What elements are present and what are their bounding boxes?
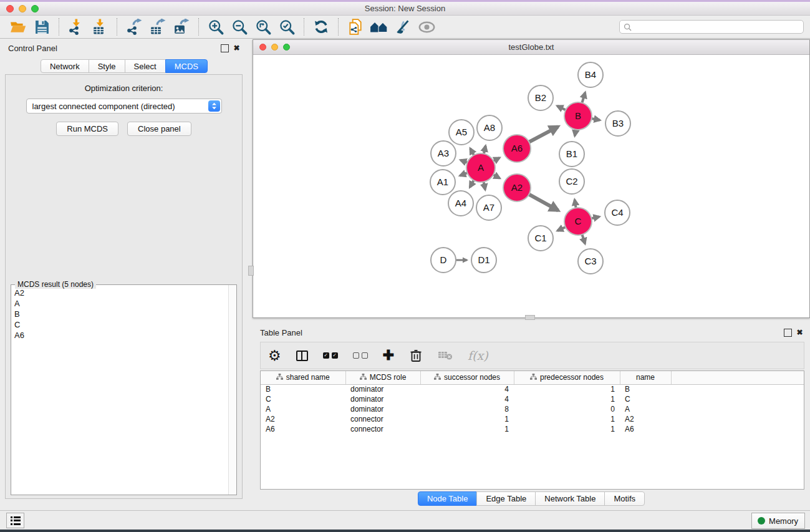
application-window: Session: New Session: [0, 0, 810, 532]
mcds-result-item[interactable]: A6: [12, 330, 228, 341]
vertical-split-handle[interactable]: [525, 315, 535, 320]
zoom-in-button[interactable]: [206, 17, 226, 37]
task-history-button[interactable]: [6, 513, 24, 528]
horizontal-split-handle[interactable]: [248, 266, 254, 276]
zoom-fit-button[interactable]: [253, 17, 273, 37]
open-session-button[interactable]: [8, 17, 28, 37]
network-canvas[interactable]: AA1A2A3A4A5A6A7A8BB1B2B3B4CC1C2C3C4DD1: [253, 55, 809, 317]
tab-style[interactable]: Style: [89, 59, 125, 73]
export-table-button[interactable]: [148, 17, 168, 37]
toolbar-separator: [59, 18, 59, 36]
column-header-predecessor-nodes[interactable]: predecessor nodes: [514, 371, 620, 384]
run-mcds-button[interactable]: Run MCDS: [56, 122, 118, 136]
table-row[interactable]: A2connector11A2: [261, 414, 804, 424]
refresh-layout-button[interactable]: [311, 17, 331, 37]
search-icon: [624, 23, 632, 31]
mcds-result-item[interactable]: A2: [12, 288, 228, 298]
plus-icon: ✚: [383, 349, 394, 362]
mcds-result-item[interactable]: B: [12, 309, 228, 319]
cell-filler: [671, 424, 804, 434]
status-bar: Memory: [0, 510, 810, 530]
close-panel-button[interactable]: Close panel: [127, 122, 191, 136]
toggle-graphics-details-button[interactable]: [393, 17, 413, 37]
cell-MCDS-role: dominator: [345, 394, 420, 404]
tab-network[interactable]: Network: [41, 59, 89, 73]
show-all-networks-button[interactable]: [369, 17, 389, 37]
graph-node-label-B1: B1: [566, 148, 577, 159]
tab-network-table[interactable]: Network Table: [535, 491, 605, 506]
function-builder-button[interactable]: f(x): [468, 346, 488, 365]
graph-edge-A6-B[interactable]: [528, 127, 558, 143]
control-panel-tabs: NetworkStyleSelectMCDS: [0, 59, 248, 73]
mcds-result-scrollbar[interactable]: [228, 285, 236, 495]
zoom-selected-button[interactable]: [277, 17, 297, 37]
unchecked-box-icon: [353, 352, 359, 359]
memory-label: Memory: [769, 516, 798, 526]
graph-node-label-A2: A2: [511, 182, 523, 193]
criterion-dropdown[interactable]: largest connected component (directed): [26, 99, 222, 114]
copy-network-button[interactable]: [345, 17, 365, 37]
mcds-panel: Optimization criterion: largest connecte…: [5, 74, 243, 499]
column-tree-icon: [434, 374, 441, 380]
show-columns-button[interactable]: [296, 346, 308, 365]
table-row[interactable]: Cdominator41C: [261, 394, 804, 404]
save-session-button[interactable]: [32, 17, 52, 37]
import-network-icon: [68, 19, 84, 35]
import-table-button[interactable]: [90, 17, 110, 37]
column-header-successor-nodes[interactable]: successor nodes: [420, 371, 514, 384]
table-panel: Table Panel ✖ ⚙ ✓✓ ✚: [253, 324, 810, 510]
copy-network-document-icon: [347, 19, 364, 35]
export-image-button[interactable]: [171, 17, 191, 37]
deselect-all-rows-button[interactable]: [353, 346, 368, 365]
graph-node-label-B: B: [575, 110, 581, 121]
table-row[interactable]: Bdominator41B: [261, 384, 804, 394]
tab-motifs[interactable]: Motifs: [604, 491, 645, 506]
delete-column-button[interactable]: [409, 346, 423, 365]
graph-node-label-A5: A5: [456, 127, 467, 137]
column-header-label: predecessor nodes: [540, 373, 604, 382]
zoom-out-icon: [231, 19, 248, 36]
control-panel-close-button[interactable]: ✖: [233, 44, 241, 52]
houses-icon: [370, 19, 388, 35]
tab-edge-table[interactable]: Edge Table: [476, 491, 536, 506]
mcds-result-box: MCDS result (5 nodes) A2ABCA6: [11, 284, 237, 495]
table-row[interactable]: Adominator80A: [261, 404, 804, 414]
graph-node-label-A: A: [478, 162, 484, 173]
cell-filler: [671, 414, 804, 424]
table-settings-button[interactable]: ⚙: [268, 346, 281, 365]
mcds-result-item[interactable]: C: [12, 319, 228, 330]
column-header-MCDS-role[interactable]: MCDS role: [345, 371, 420, 384]
cell-predecessor-nodes: 1: [514, 384, 620, 394]
create-column-button[interactable]: ✚: [383, 346, 394, 365]
tab-select[interactable]: Select: [125, 59, 166, 73]
graph-node-label-C1: C1: [534, 233, 546, 243]
table-panel-close-button[interactable]: ✖: [796, 329, 804, 337]
zoom-out-button[interactable]: [229, 17, 249, 37]
network-canvas-svg: AA1A2A3A4A5A6A7A8BB1B2B3B4CC1C2C3C4DD1: [253, 55, 809, 317]
toolbar-search-field[interactable]: [619, 20, 804, 34]
search-input[interactable]: [632, 22, 799, 31]
show-hide-eye-button[interactable]: [417, 17, 436, 37]
table-panel-float-button[interactable]: [784, 329, 792, 337]
tab-node-table[interactable]: Node Table: [418, 491, 478, 506]
network-window-titlebar[interactable]: testGlobe.txt: [253, 40, 809, 55]
column-header-name[interactable]: name: [620, 371, 671, 384]
graph-node-label-D1: D1: [478, 254, 489, 265]
tab-mcds[interactable]: MCDS: [165, 59, 208, 73]
graph-node-label-B2: B2: [535, 92, 546, 103]
graph-edge-A2-C[interactable]: [528, 194, 559, 211]
cell-successor-nodes: 4: [420, 394, 514, 404]
export-network-button[interactable]: [124, 17, 144, 37]
table-row[interactable]: A6connector11A6: [261, 424, 804, 434]
control-panel-float-button[interactable]: [221, 44, 229, 52]
memory-button[interactable]: Memory: [751, 513, 805, 529]
open-folder-icon: [10, 19, 26, 35]
mcds-result-item[interactable]: A: [12, 298, 228, 309]
import-network-button[interactable]: [66, 17, 86, 37]
select-all-rows-button[interactable]: ✓✓: [323, 346, 338, 365]
table-header-row[interactable]: shared nameMCDS rolesuccessor nodesprede…: [261, 371, 804, 384]
cell-shared-name: A2: [261, 414, 345, 424]
column-header-shared-name[interactable]: shared name: [261, 371, 345, 384]
session-title: Session: New Session: [0, 4, 810, 13]
delete-table-button[interactable]: [438, 346, 453, 365]
